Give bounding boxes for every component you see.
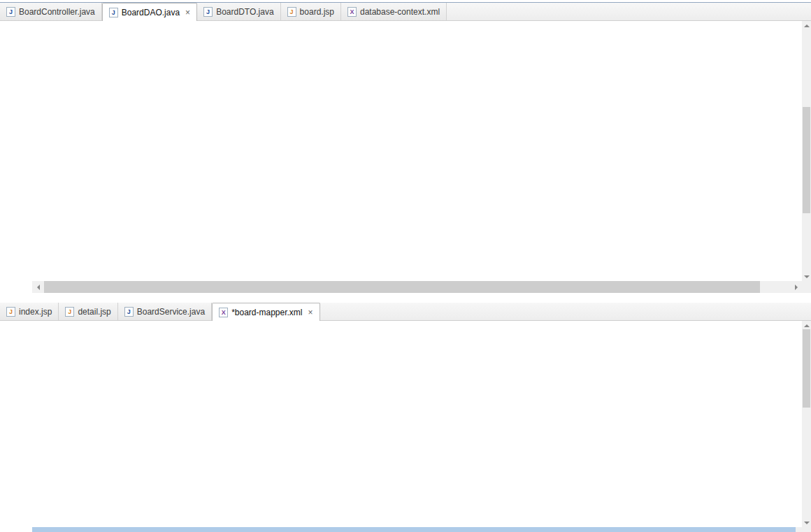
java-editor-pane: JBoardController.javaJBoardDAO.java×JBoa… xyxy=(0,3,811,293)
tab-label: detail.jsp xyxy=(78,307,110,317)
java-editor-horizontal-scrollbar[interactable] xyxy=(0,281,811,293)
top-editor-tab-bar: JBoardController.javaJBoardDAO.java×JBoa… xyxy=(0,3,811,21)
scrollbar-track[interactable] xyxy=(44,281,790,293)
xml-editor-pane: Jindex.jspJdetail.jspJBoardService.javaX… xyxy=(0,303,811,532)
tab-detail-jsp[interactable]: Jdetail.jsp xyxy=(59,303,117,320)
tab-label: BoardDTO.java xyxy=(216,7,273,17)
tab-label: BoardController.java xyxy=(19,7,95,17)
scrollbar-corner xyxy=(802,281,811,293)
scroll-right-icon[interactable] xyxy=(790,281,802,293)
scrollbar-spacer xyxy=(0,527,32,532)
scroll-down-icon[interactable] xyxy=(802,272,811,281)
tab-label: database-context.xml xyxy=(360,7,440,17)
jsp-file-icon: J xyxy=(287,7,296,17)
tab-board-mapper-xml[interactable]: X*board-mapper.xml× xyxy=(212,303,320,321)
scrollbar-track[interactable] xyxy=(32,527,811,532)
eclipse-ide: JBoardController.javaJBoardDAO.java×JBoa… xyxy=(0,0,811,532)
scroll-left-icon[interactable] xyxy=(32,281,44,293)
xml-source-editor[interactable] xyxy=(0,321,811,527)
jsp-file-icon: J xyxy=(6,307,15,317)
java-source-editor[interactable] xyxy=(0,21,811,281)
scroll-down-icon[interactable] xyxy=(802,518,811,527)
scrollbar-spacer xyxy=(0,281,32,293)
java-file-icon: J xyxy=(6,7,15,17)
xml-file-icon: X xyxy=(347,7,357,17)
tab-label: BoardService.java xyxy=(137,307,205,317)
close-tab-icon[interactable]: × xyxy=(185,8,190,17)
tab-boardservice-java[interactable]: JBoardService.java xyxy=(118,303,212,320)
xml-file-icon: X xyxy=(219,308,228,317)
java-file-icon: J xyxy=(109,8,118,17)
scrollbar-thumb[interactable] xyxy=(32,527,796,532)
java-file-icon: J xyxy=(124,307,134,317)
java-file-icon: J xyxy=(203,7,213,17)
editor-split-sash[interactable] xyxy=(0,293,811,303)
bottom-editor-tab-bar: Jindex.jspJdetail.jspJBoardService.javaX… xyxy=(0,303,811,321)
tab-boardcontroller-java[interactable]: JBoardController.java xyxy=(0,3,102,20)
tab-label: board.jsp xyxy=(300,7,334,17)
tab-label: *board-mapper.xml xyxy=(231,308,302,317)
tab-index-jsp[interactable]: Jindex.jsp xyxy=(0,303,59,320)
tab-label: index.jsp xyxy=(19,307,52,317)
jsp-file-icon: J xyxy=(65,307,74,317)
scrollbar-thumb[interactable] xyxy=(44,281,760,293)
tab-database-context-xml[interactable]: Xdatabase-context.xml xyxy=(341,3,447,20)
scrollbar-thumb[interactable] xyxy=(803,329,810,408)
xml-editor-horizontal-scrollbar[interactable] xyxy=(0,527,811,532)
scrollbar-thumb[interactable] xyxy=(803,107,810,214)
java-editor-vertical-scrollbar[interactable] xyxy=(802,21,811,281)
xml-code-area[interactable] xyxy=(0,321,802,521)
tab-label: BoardDAO.java xyxy=(122,8,180,17)
java-code-area[interactable] xyxy=(0,21,802,281)
tab-boarddto-java[interactable]: JBoardDTO.java xyxy=(197,3,280,20)
tab-boarddao-java[interactable]: JBoardDAO.java× xyxy=(102,3,197,21)
xml-editor-vertical-scrollbar[interactable] xyxy=(802,321,811,527)
tab-board-jsp[interactable]: Jboard.jsp xyxy=(281,3,341,20)
scroll-up-icon[interactable] xyxy=(802,21,811,30)
close-tab-icon[interactable]: × xyxy=(308,308,313,317)
